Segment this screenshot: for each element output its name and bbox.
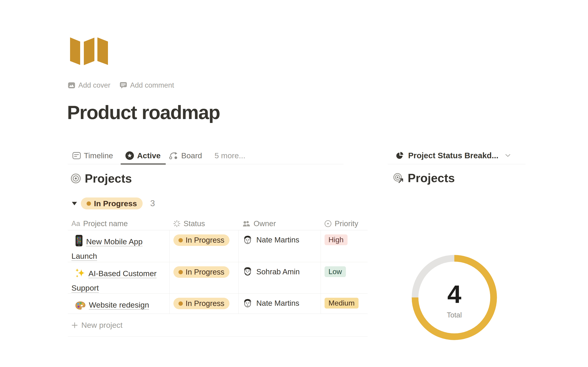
project-name-link[interactable]: Website redesign bbox=[89, 300, 149, 309]
product-roadmap-page: Add cover Add comment Product roadmap bbox=[0, 0, 588, 367]
status-donut-chart[interactable]: 4 Total bbox=[410, 254, 498, 341]
pie-chart-icon bbox=[396, 151, 404, 160]
tab-more-views[interactable]: 5 more... bbox=[215, 147, 245, 164]
priority-cell[interactable]: Low bbox=[321, 262, 367, 295]
column-priority[interactable]: Priority bbox=[321, 217, 367, 230]
people-icon bbox=[242, 220, 251, 227]
table-row: AI-Based Customer Support In Progress bbox=[68, 262, 367, 294]
comment-icon bbox=[120, 82, 127, 89]
chart-view-label: Project Status Breakd... bbox=[408, 151, 498, 160]
add-comment-button[interactable]: Add comment bbox=[120, 81, 174, 90]
target-link-icon bbox=[393, 173, 404, 184]
project-name-cell[interactable]: Website redesign bbox=[68, 294, 170, 314]
group-status-badge[interactable]: In Progress bbox=[81, 198, 143, 209]
target-icon bbox=[71, 173, 81, 184]
tab-active[interactable]: Active bbox=[125, 147, 161, 164]
add-cover-label: Add cover bbox=[78, 81, 111, 90]
active-tab-underline bbox=[121, 164, 166, 165]
text-aa-icon: Aa bbox=[71, 219, 80, 228]
status-dot-icon bbox=[179, 238, 183, 242]
status-dot-icon bbox=[86, 201, 91, 206]
column-project-name[interactable]: Aa Project name bbox=[68, 217, 170, 230]
donut-total-label: Total bbox=[410, 311, 498, 319]
table-row: Website redesign In Progress bbox=[68, 294, 367, 314]
avatar bbox=[242, 234, 253, 245]
add-cover-button[interactable]: Add cover bbox=[68, 81, 111, 90]
priority-badge: Low bbox=[325, 266, 346, 277]
status-badge: In Progress bbox=[173, 298, 229, 309]
star-circle-icon bbox=[125, 151, 134, 160]
tab-more-label: 5 more... bbox=[215, 151, 245, 160]
timeline-icon bbox=[72, 152, 81, 159]
status-dot-icon bbox=[179, 270, 183, 274]
chart-view-selector[interactable]: Project Status Breakd... bbox=[388, 147, 526, 164]
status-badge: In Progress bbox=[173, 266, 229, 278]
page-title[interactable]: Product roadmap bbox=[67, 101, 220, 124]
chart-section-heading: Projects bbox=[393, 171, 455, 185]
view-tabs: Timeline Active Board bbox=[68, 147, 343, 164]
table-header-row: Aa Project name Status bbox=[68, 217, 367, 230]
page-actions: Add cover Add comment bbox=[68, 81, 174, 90]
group-status-label: In Progress bbox=[94, 199, 137, 208]
avatar bbox=[242, 298, 253, 308]
palette-icon bbox=[75, 301, 86, 310]
tab-active-label: Active bbox=[137, 151, 161, 160]
owner-name: Nate Martins bbox=[256, 234, 299, 244]
projects-table: Aa Project name Status bbox=[68, 217, 367, 337]
new-project-label: New project bbox=[81, 321, 123, 330]
tab-board[interactable]: Board bbox=[169, 147, 202, 164]
add-comment-label: Add comment bbox=[130, 81, 174, 90]
owner-cell[interactable]: Nate Martins bbox=[238, 294, 321, 314]
owner-cell[interactable]: Nate Martins bbox=[238, 230, 321, 263]
priority-badge: Medium bbox=[325, 298, 359, 309]
project-name-cell[interactable]: New Mobile App Launch bbox=[68, 230, 170, 263]
status-group-row: In Progress 3 bbox=[72, 197, 155, 210]
collapse-triangle-icon[interactable] bbox=[72, 202, 77, 205]
donut-total-value: 4 bbox=[410, 279, 498, 309]
mobile-phone-icon bbox=[75, 235, 83, 247]
new-project-button[interactable]: New project bbox=[68, 314, 367, 337]
tab-timeline[interactable]: Timeline bbox=[72, 147, 113, 164]
plus-icon bbox=[71, 322, 78, 328]
chevron-down-icon bbox=[505, 154, 511, 157]
page-map-icon[interactable] bbox=[70, 37, 108, 66]
status-spinner-icon bbox=[173, 220, 181, 227]
priority-badge: High bbox=[325, 234, 347, 245]
image-icon bbox=[68, 82, 75, 89]
column-owner[interactable]: Owner bbox=[238, 217, 321, 230]
priority-cell[interactable]: High bbox=[321, 230, 367, 263]
avatar bbox=[242, 266, 253, 277]
projects-title[interactable]: Projects bbox=[85, 172, 132, 185]
owner-name: Sohrab Amin bbox=[256, 266, 300, 276]
chart-projects-title[interactable]: Projects bbox=[408, 171, 455, 185]
tab-board-label: Board bbox=[181, 151, 202, 160]
column-status[interactable]: Status bbox=[170, 217, 238, 230]
tab-timeline-label: Timeline bbox=[84, 151, 113, 160]
owner-name: Nate Martins bbox=[256, 298, 299, 308]
priority-cell[interactable]: Medium bbox=[321, 294, 367, 314]
status-cell[interactable]: In Progress bbox=[170, 230, 238, 263]
cycle-icon bbox=[169, 152, 178, 160]
group-count: 3 bbox=[150, 199, 155, 208]
status-cell[interactable]: In Progress bbox=[170, 294, 238, 314]
status-dot-icon bbox=[179, 301, 183, 306]
projects-section-heading: Projects bbox=[71, 172, 132, 185]
sparkles-icon bbox=[75, 268, 85, 278]
table-row: New Mobile App Launch In Progress bbox=[68, 230, 367, 262]
status-badge: In Progress bbox=[173, 234, 229, 246]
priority-circle-icon bbox=[324, 220, 332, 227]
project-name-cell[interactable]: AI-Based Customer Support bbox=[68, 262, 170, 295]
owner-cell[interactable]: Sohrab Amin bbox=[238, 262, 321, 295]
status-cell[interactable]: In Progress bbox=[170, 262, 238, 295]
